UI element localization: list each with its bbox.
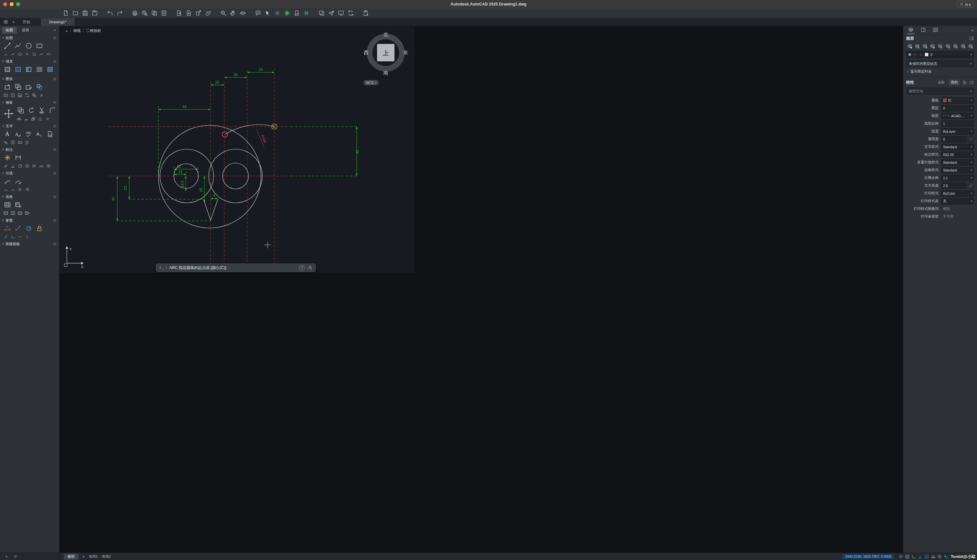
clipboard-edit-icon[interactable] [362,10,369,17]
pdf-import-icon[interactable]: PDF [293,10,300,17]
text-columns-tool[interactable] [10,140,16,145]
perpendicular-constraint-tool[interactable] [10,234,16,239]
palette-section-header[interactable]: ▾填充 [0,58,59,65]
sync-block-tool[interactable] [24,92,30,98]
settings-teal-icon[interactable] [274,10,281,17]
merge-cells-tool[interactable] [17,210,23,216]
drawing-canvas[interactable]: 24 18 12 44 42 22 11 12.5 25 23 37 5 R10… [59,26,415,273]
drawing-viewport[interactable]: 24 18 12 44 42 22 11 12.5 25 23 37 5 R10… [59,26,415,273]
view-direction-button[interactable]: 俯视 [71,28,84,33]
close-window-button[interactable] [3,2,7,6]
linear-dimension-tool[interactable] [13,153,23,162]
multileader-tool[interactable] [3,176,12,186]
angular-dimension-tool[interactable] [10,163,16,168]
boundary-tool[interactable] [35,65,44,74]
text-style-tool[interactable]: AA [35,129,44,139]
construction-line-tool[interactable] [38,52,44,57]
save-block-tool[interactable] [17,92,23,98]
sheet-set-icon[interactable] [318,10,325,17]
palette-section-header[interactable]: ▾引线 [0,170,59,176]
replace-block-tool[interactable] [31,92,37,98]
panel-settings-icon[interactable] [52,171,57,175]
open-folder-icon[interactable] [72,10,79,17]
page-setup-icon[interactable] [160,10,167,17]
insert-column-tool[interactable] [10,210,16,216]
explode-tool[interactable] [44,116,50,122]
trim-tool[interactable] [37,106,47,115]
present-monitor-icon[interactable] [338,10,344,17]
point-tool[interactable] [24,52,30,57]
panel-settings-icon[interactable] [52,124,57,128]
move-tool[interactable] [3,108,15,120]
fullscreen-window-button[interactable] [16,2,20,6]
save-as-icon[interactable] [92,10,98,17]
center-mark-tool[interactable] [45,163,52,168]
spell-check-tool[interactable]: ABC [24,129,33,139]
palette-section-header[interactable]: ▾新建面板 [0,241,59,247]
command-help-button[interactable]: ? [299,265,305,271]
diameter-dimension-tool[interactable] [24,163,30,168]
fillet-tool[interactable] [48,106,58,115]
radius-dimension-tool[interactable] [17,163,23,168]
edit-table-tool[interactable] [13,200,23,210]
record-green-icon[interactable] [283,10,290,17]
new-file-icon[interactable] [62,10,69,17]
arc-tool[interactable] [3,52,9,57]
viewport-menu-button[interactable]: + [63,29,71,33]
define-attribute-tool[interactable]: A [3,92,9,98]
revision-cloud-tool[interactable] [45,52,52,57]
edit-text-tool[interactable]: A [13,129,23,139]
import-dwg-icon[interactable] [185,10,192,17]
collapse-palette-button[interactable]: « [53,28,57,32]
mtext-tool[interactable]: A [3,129,12,139]
spline-tool[interactable] [10,52,16,57]
line-tool[interactable] [3,41,12,51]
radial-parameter-tool[interactable] [24,223,33,233]
markup-icon[interactable] [255,10,262,17]
find-text-tool[interactable]: A [3,140,9,145]
panel-settings-icon[interactable] [52,242,57,246]
tab-start[interactable]: 开始 [19,20,33,25]
palette-section-header[interactable]: ▾表格 [0,193,59,200]
visual-style-button[interactable]: 二维线框 [84,28,104,33]
field-tool[interactable]: fx [17,140,23,145]
mirror-tool[interactable] [16,116,22,122]
palette-tab-draw[interactable]: 绘图 [2,27,17,33]
solid-fill-tool[interactable] [45,65,55,74]
edit-multileader-tool[interactable] [13,176,23,186]
palette-section-header[interactable]: ▾文字 [0,123,59,129]
ellipse-tool[interactable] [17,52,23,57]
zoom-window-icon[interactable] [220,10,227,17]
import-pdf-text-tool[interactable]: PDF [45,129,55,139]
panel-settings-icon[interactable] [52,147,57,152]
erase-tool[interactable] [37,116,43,122]
create-block-tool[interactable] [3,82,12,92]
viewcube-top-label[interactable]: 上 [382,50,389,57]
remove-leader-tool[interactable] [10,187,16,192]
viewcube-east[interactable]: 东 [403,50,408,55]
add-leader-tool[interactable] [3,187,9,192]
attach-reference-icon[interactable] [205,10,212,17]
smart-dimension-tool[interactable] [3,153,12,162]
circle-tool[interactable] [24,41,33,51]
print-preview-icon[interactable] [141,10,148,17]
export-dwg-icon[interactable] [176,10,183,17]
edit-block-tool[interactable] [24,82,33,92]
palette-section-header[interactable]: ▾图块 [0,75,59,82]
scale-tool[interactable] [30,116,36,122]
palette-section-header[interactable]: ▾绘图 [0,35,59,41]
insert-row-tool[interactable] [3,210,9,216]
palette-tab-model[interactable]: 建模 [18,27,33,33]
print-pages-icon[interactable] [151,10,158,17]
horizontal-constraint-tool[interactable] [17,234,23,239]
continue-dimension-tool[interactable] [38,163,44,168]
panel-settings-icon[interactable] [52,218,57,223]
view-cube[interactable]: 上 北 南 西 东 [364,32,408,75]
polyline-tool[interactable] [13,41,23,51]
new-drawing-button[interactable]: + [12,19,15,25]
transmit-icon[interactable] [195,10,202,17]
redo-icon[interactable] [116,10,123,17]
panel-settings-icon[interactable] [52,194,57,199]
justify-text-tool[interactable] [24,140,30,145]
hatch-tool[interactable] [3,65,12,74]
